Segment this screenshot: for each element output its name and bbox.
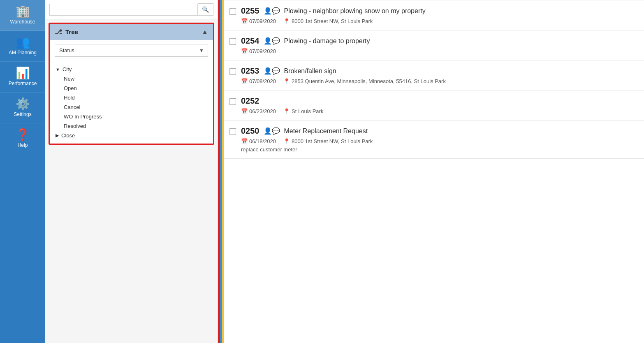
- wo-details-0252: 0252 📅 06/23/2020 📍 St Louis Park: [241, 96, 636, 114]
- table-row: 0252 📅 06/23/2020 📍 St Louis Park: [224, 90, 644, 121]
- wo-meta-row-0250: 📅 06/18/2020 📍 8000 1st Street NW, St Lo…: [241, 138, 636, 144]
- help-icon: ❓: [16, 129, 30, 141]
- left-panel: 🔍 ⎇ Tree ▲ Status ▼ ▼ City: [45, 0, 218, 343]
- table-row: 0254 👤💬 Plowing - damage to property 📅 0…: [224, 30, 644, 60]
- tree-sub-hold[interactable]: Hold: [50, 93, 213, 102]
- wo-date-value-0255: 07/09/2020: [249, 18, 276, 24]
- tree-collapse-button[interactable]: ▲: [202, 28, 208, 36]
- wo-checkbox-0250[interactable]: [229, 128, 236, 135]
- tree-title: Tree: [65, 28, 78, 35]
- city-expand-arrow: ▼: [56, 67, 60, 72]
- sidebar-item-help[interactable]: ❓ Help: [0, 123, 45, 154]
- tree-sub-hold-label: Hold: [64, 95, 75, 101]
- search-input[interactable]: [49, 4, 198, 16]
- wo-title-row-0254: 0254 👤💬 Plowing - damage to property: [241, 36, 636, 46]
- wo-user-chat-icon-0250: 👤💬: [264, 127, 280, 135]
- tree-panel: ⎇ Tree ▲ Status ▼ ▼ City New O: [49, 23, 214, 145]
- close-expand-arrow: ▶: [56, 133, 59, 138]
- calendar-icon-0250: 📅: [241, 138, 248, 144]
- wo-date-value-0250: 06/18/2020: [249, 138, 276, 144]
- wo-address-value-0253: 2853 Quentin Ave, Minneapolis, Minnesota…: [292, 78, 446, 84]
- sidebar-label-help: Help: [18, 142, 28, 148]
- wo-title-0250: Meter Replacement Request: [284, 127, 368, 135]
- sidebar: 🏢 Warehouse 👥 AM Planning 📊 Performance …: [0, 0, 45, 343]
- wo-date-value-0252: 06/23/2020: [249, 108, 276, 114]
- tree-sub-open-label: Open: [64, 85, 77, 91]
- wo-address-0253: 📍 2853 Quentin Ave, Minneapolis, Minneso…: [283, 78, 446, 84]
- wo-date-0255: 📅 07/09/2020: [241, 18, 276, 24]
- location-icon-0255: 📍: [283, 18, 290, 24]
- wo-meta-row-0253: 📅 07/08/2020 📍 2853 Quentin Ave, Minneap…: [241, 78, 636, 84]
- performance-icon: 📊: [16, 67, 30, 79]
- sidebar-label-am-planning: AM Planning: [9, 50, 37, 56]
- sidebar-label-warehouse: Warehouse: [10, 19, 35, 25]
- tree-header: ⎇ Tree ▲: [50, 24, 213, 40]
- wo-meta-row-0252: 📅 06/23/2020 📍 St Louis Park: [241, 108, 636, 114]
- wo-details-0250: 0250 👤💬 Meter Replacement Request 📅 06/1…: [241, 126, 636, 153]
- wo-number-0252: 0252: [241, 96, 259, 106]
- wo-number-0254: 0254: [241, 36, 259, 46]
- wo-title-row-0252: 0252: [241, 96, 636, 106]
- table-row: 0253 👤💬 Broken/fallen sign 📅 07/08/2020 …: [224, 60, 644, 90]
- tree-sub-new[interactable]: New: [50, 74, 213, 83]
- wo-address-value-0252: St Louis Park: [292, 108, 323, 114]
- wo-title-0253: Broken/fallen sign: [284, 67, 336, 75]
- table-row: 0255 👤💬 Plowing - neighbor plowing snow …: [224, 0, 644, 30]
- wo-note-0250: replace customer meter: [241, 146, 636, 153]
- tree-sub-close[interactable]: ▶ Close: [50, 131, 213, 140]
- wo-title-row-0253: 0253 👤💬 Broken/fallen sign: [241, 66, 636, 76]
- work-order-list: 0255 👤💬 Plowing - neighbor plowing snow …: [224, 0, 644, 159]
- wo-checkbox-0255[interactable]: [229, 8, 236, 15]
- wo-address-value-0250: 8000 1st Street NW, St Louis Park: [292, 138, 373, 144]
- wo-title-0255: Plowing - neighbor plowing snow on my pr…: [284, 7, 426, 15]
- calendar-icon-0252: 📅: [241, 108, 248, 114]
- tree-sub-cancel-label: Cancel: [64, 104, 80, 110]
- tree-sub-wo-in-progress-label: WO In Progress: [64, 114, 102, 120]
- sidebar-label-settings: Settings: [14, 111, 31, 117]
- wo-date-0250: 📅 06/18/2020: [241, 138, 276, 144]
- wo-checkbox-0254[interactable]: [229, 38, 236, 45]
- tree-sub-cancel[interactable]: Cancel: [50, 102, 213, 112]
- calendar-icon-0255: 📅: [241, 18, 248, 24]
- status-dropdown-container: Status ▼: [50, 40, 213, 61]
- sidebar-label-performance: Performance: [9, 81, 37, 86]
- tree-sub-open[interactable]: Open: [50, 83, 213, 93]
- wo-checkbox-0252[interactable]: [229, 98, 236, 105]
- tree-hierarchy-icon: ⎇: [55, 28, 62, 36]
- search-button[interactable]: 🔍: [198, 3, 213, 16]
- location-icon-0250: 📍: [283, 138, 290, 144]
- wo-address-value-0255: 8000 1st Street NW, St Louis Park: [292, 18, 373, 24]
- sidebar-item-am-planning[interactable]: 👥 AM Planning: [0, 31, 45, 62]
- wo-title-0254: Plowing - damage to property: [284, 37, 370, 45]
- wo-title-row-0250: 0250 👤💬 Meter Replacement Request: [241, 126, 636, 136]
- wo-date-0252: 📅 06/23/2020: [241, 108, 276, 114]
- content-wrapper: 0255 👤💬 Plowing - neighbor plowing snow …: [218, 0, 644, 343]
- table-row: 0250 👤💬 Meter Replacement Request 📅 06/1…: [224, 121, 644, 159]
- wo-checkbox-0253[interactable]: [229, 68, 236, 75]
- status-select[interactable]: Status: [55, 44, 208, 57]
- sidebar-item-settings[interactable]: ⚙️ Settings: [0, 93, 45, 123]
- wo-user-chat-icon-0255: 👤💬: [264, 7, 280, 15]
- wo-number-0250: 0250: [241, 126, 259, 136]
- wo-meta-row-0254: 📅 07/09/2020: [241, 48, 636, 54]
- tree-sub-new-label: New: [64, 76, 74, 82]
- dropdown-wrapper: Status ▼: [55, 44, 208, 57]
- wo-address-0252: 📍 St Louis Park: [283, 108, 323, 114]
- wo-address-0255: 📍 8000 1st Street NW, St Louis Park: [283, 18, 373, 24]
- tree-sub-wo-in-progress[interactable]: WO In Progress: [50, 112, 213, 121]
- tree-sub-resolved[interactable]: Resolved: [50, 121, 213, 131]
- settings-icon: ⚙️: [16, 98, 30, 110]
- search-bar: 🔍: [45, 0, 218, 19]
- tree-city-item[interactable]: ▼ City: [50, 65, 213, 74]
- sidebar-item-performance[interactable]: 📊 Performance: [0, 62, 45, 93]
- wo-address-0250: 📍 8000 1st Street NW, St Louis Park: [283, 138, 373, 144]
- main-content: 0255 👤💬 Plowing - neighbor plowing snow …: [222, 0, 644, 343]
- wo-date-0253: 📅 07/08/2020: [241, 78, 276, 84]
- sidebar-item-warehouse[interactable]: 🏢 Warehouse: [0, 0, 45, 31]
- calendar-icon-0254: 📅: [241, 48, 248, 54]
- city-label: City: [63, 66, 72, 72]
- location-icon-0252: 📍: [283, 108, 290, 114]
- location-icon-0253: 📍: [283, 78, 290, 84]
- wo-details-0255: 0255 👤💬 Plowing - neighbor plowing snow …: [241, 6, 636, 24]
- tree-sub-close-label: Close: [61, 132, 75, 139]
